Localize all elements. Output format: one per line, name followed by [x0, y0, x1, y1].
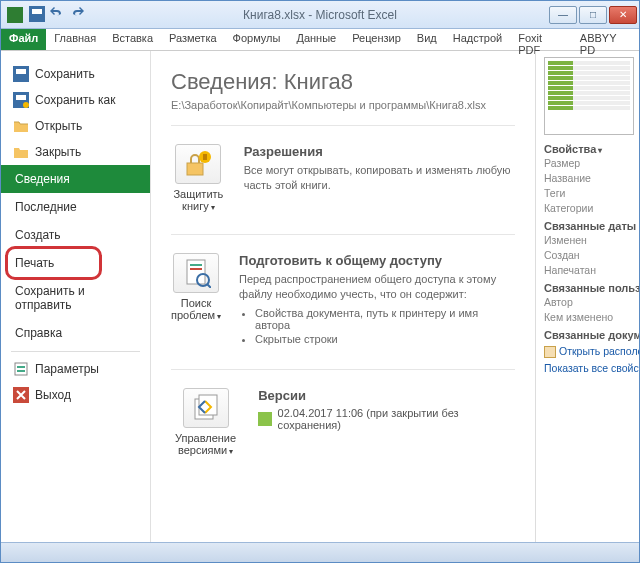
sidebar-open[interactable]: Открыть [1, 113, 150, 139]
statusbar [1, 542, 639, 562]
divider [171, 234, 515, 235]
prepare-list: Свойства документа, путь к принтеру и им… [255, 307, 515, 345]
list-item: Скрытые строки [255, 333, 515, 345]
prepare-title: Подготовить к общему доступу [239, 253, 515, 268]
sidebar-nav-print[interactable]: Печать [1, 249, 150, 277]
sidebar-nav-new[interactable]: Создать [1, 221, 150, 249]
backstage-sidebar: Сохранить Сохранить как Открыть Закрыть … [1, 51, 151, 542]
tab-formulas[interactable]: Формулы [225, 29, 289, 50]
qat-redo-icon[interactable] [69, 6, 85, 22]
save-as-icon [13, 92, 29, 108]
tab-home[interactable]: Главная [46, 29, 104, 50]
svg-rect-9 [17, 370, 25, 372]
sidebar-save-label: Сохранить [35, 67, 95, 81]
svg-rect-16 [190, 268, 202, 270]
sidebar-save-as[interactable]: Сохранить как [1, 87, 150, 113]
check-issues-label: Поиск проблем [171, 297, 221, 321]
sidebar-nav-info[interactable]: Сведения [1, 165, 150, 193]
versions-title: Версии [258, 388, 515, 403]
tab-layout[interactable]: Разметка [161, 29, 225, 50]
svg-line-18 [207, 284, 211, 288]
options-icon [13, 361, 29, 377]
open-location-link[interactable]: Открыть расположение [544, 345, 639, 358]
window-title: Книга8.xlsx - Microsoft Excel [243, 8, 397, 22]
ribbon-tabs: Файл Главная Вставка Разметка Формулы Да… [1, 29, 639, 51]
document-thumbnail[interactable] [544, 57, 634, 135]
sidebar-save[interactable]: Сохранить [1, 61, 150, 87]
minimize-button[interactable]: — [549, 6, 577, 24]
versions-icon [183, 388, 229, 428]
check-issues-button[interactable]: Поиск проблем [171, 253, 221, 321]
protect-workbook-button[interactable]: Защитить книгу [171, 144, 226, 212]
maximize-button[interactable]: □ [579, 6, 607, 24]
tab-addins[interactable]: Надстрой [445, 29, 510, 50]
tab-foxit[interactable]: Foxit PDF [510, 29, 572, 50]
svg-rect-14 [187, 260, 205, 284]
section-permissions: Защитить книгу Разрешения Все могут откр… [171, 144, 515, 212]
properties-pane: Свойства Размер Название Теги Категории … [535, 51, 639, 542]
excel-icon [7, 7, 23, 23]
svg-rect-3 [16, 69, 26, 74]
prepare-text: Перед распространением общего доступа к … [239, 272, 515, 303]
prop-row: Теги [544, 187, 639, 199]
close-doc-icon [13, 144, 29, 160]
props-heading[interactable]: Свойства [544, 143, 639, 155]
prop-row: Изменен [544, 234, 639, 246]
sidebar-exit-label: Выход [35, 388, 71, 402]
prop-row: Автор [544, 296, 639, 308]
qat-undo-icon[interactable] [49, 6, 65, 22]
info-pane: Сведения: Книга8 E:\Заработок\Копирайт\К… [151, 51, 535, 542]
protect-button-label: Защитить книгу [173, 188, 223, 212]
svg-rect-8 [17, 366, 25, 368]
info-path: E:\Заработок\Копирайт\Компьютеры и прогр… [171, 99, 515, 111]
svg-rect-1 [32, 9, 42, 14]
version-entry[interactable]: 02.04.2017 11:06 (при закрытии без сохра… [258, 407, 515, 431]
manage-versions-button[interactable]: Управление версиями [171, 388, 240, 456]
quick-access-toolbar [29, 6, 85, 22]
close-button[interactable]: ✕ [609, 6, 637, 24]
sidebar-close-doc[interactable]: Закрыть [1, 139, 150, 165]
tab-file[interactable]: Файл [1, 29, 46, 50]
svg-rect-11 [187, 163, 203, 175]
sidebar-exit[interactable]: Выход [1, 382, 150, 408]
svg-rect-7 [15, 363, 27, 375]
titlebar: Книга8.xlsx - Microsoft Excel — □ ✕ [1, 1, 639, 29]
protect-icon [175, 144, 221, 184]
list-item: Свойства документа, путь к принтеру и им… [255, 307, 515, 331]
prop-row: Напечатан [544, 264, 639, 276]
sidebar-separator [11, 351, 140, 352]
props-dates-heading: Связанные даты [544, 220, 639, 232]
section-prepare: Поиск проблем Подготовить к общему досту… [171, 253, 515, 347]
show-all-link[interactable]: Показать все свойства [544, 362, 639, 374]
permissions-title: Разрешения [244, 144, 515, 159]
svg-rect-5 [16, 95, 26, 100]
props-people-heading: Связанные пользователи [544, 282, 639, 294]
sidebar-close-doc-label: Закрыть [35, 145, 81, 159]
tab-data[interactable]: Данные [288, 29, 344, 50]
sidebar-save-as-label: Сохранить как [35, 93, 115, 107]
sidebar-nav-help[interactable]: Справка [1, 319, 150, 347]
tab-view[interactable]: Вид [409, 29, 445, 50]
qat-save-icon[interactable] [29, 6, 45, 22]
sidebar-options[interactable]: Параметры [1, 356, 150, 382]
open-icon [13, 118, 29, 134]
sidebar-nav-recent[interactable]: Последние [1, 193, 150, 221]
svg-rect-13 [203, 154, 207, 160]
exit-icon [13, 387, 29, 403]
tab-review[interactable]: Рецензир [344, 29, 409, 50]
check-issues-icon [173, 253, 219, 293]
prop-row: Название [544, 172, 639, 184]
folder-icon [544, 346, 556, 358]
sidebar-options-label: Параметры [35, 362, 99, 376]
sidebar-open-label: Открыть [35, 119, 82, 133]
props-docs-heading: Связанные документы [544, 329, 639, 341]
version-icon [258, 412, 271, 426]
info-heading: Сведения: Книга8 [171, 69, 515, 95]
save-icon [13, 66, 29, 82]
versions-button-label: Управление версиями [175, 432, 236, 456]
tab-abbyy[interactable]: ABBYY PD [572, 29, 639, 50]
tab-insert[interactable]: Вставка [104, 29, 161, 50]
sidebar-nav-share[interactable]: Сохранить и отправить [1, 277, 150, 319]
prop-row: Размер [544, 157, 639, 169]
divider [171, 369, 515, 370]
